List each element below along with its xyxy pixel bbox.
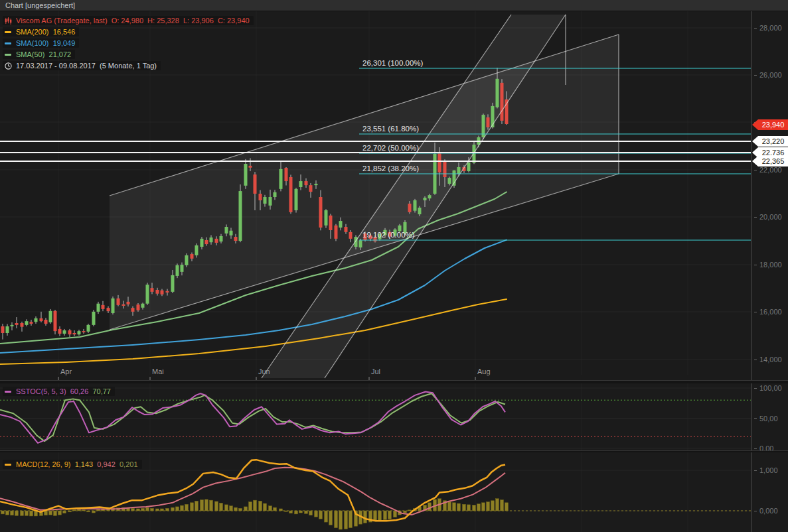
axis-tick-label: 20,000 (754, 212, 782, 222)
month-label: Aug (477, 367, 491, 375)
legend-sma100-row[interactable]: SMA(100) 19,049 (3, 38, 79, 48)
fib-label: 23,551 (61.80%) (362, 125, 419, 133)
candle-down (54, 311, 57, 331)
candle-up (112, 299, 115, 313)
candle-down (259, 194, 262, 200)
sma50-swatch (5, 54, 11, 56)
candle-down (249, 166, 252, 168)
price-panel: 26,301 (100.00%)23,551 (61.80%)22,702 (5… (0, 11, 788, 380)
candle-up (97, 304, 100, 312)
legend-sma200-row[interactable]: SMA(200) 16,546 (3, 27, 79, 36)
axis-tick-label: 18,000 (754, 260, 782, 269)
candle-down (127, 302, 130, 304)
price-axis[interactable]: 28,00026,00024,00022,00020,00018,00016,0… (751, 11, 788, 380)
candle-down (161, 291, 164, 295)
candle-up (230, 231, 233, 235)
last-price-badge: 23,940 (752, 119, 788, 130)
sstoc-legend: SSTOC(5, 5, 3) 60,26 70,77 (3, 385, 115, 398)
macd-axis[interactable]: 1,0000,000 (751, 452, 788, 532)
candle-down (345, 227, 348, 232)
candle-up (295, 189, 298, 210)
candle-up (146, 285, 149, 304)
chart-application: Chart [ungespeichert] 26,301 (100.00%)23… (0, 0, 788, 532)
chart-legend: Viscom AG (Tradegate, last) O: 24,980 H:… (3, 14, 254, 72)
legend-instrument-row[interactable]: Viscom AG (Tradegate, last) O: 24,980 H:… (3, 16, 254, 25)
candle-down (349, 232, 353, 239)
window-title: Chart [ungespeichert] (5, 1, 75, 9)
candle-down (68, 330, 72, 334)
candle-up (87, 325, 90, 332)
candle-up (185, 255, 189, 265)
candle-up (359, 240, 362, 247)
macd-swatch (5, 464, 11, 466)
candle-up (63, 330, 66, 334)
macd-value: 1,143 (75, 460, 94, 468)
candle-down (107, 308, 110, 311)
candle-up (496, 79, 499, 107)
candle-down (408, 204, 412, 212)
clock-icon (5, 62, 12, 70)
axis-tick-label: 28,000 (754, 23, 782, 33)
sma100-label: SMA(100) (16, 39, 49, 47)
legend-range-row[interactable]: 17.03.2017 - 09.08.2017 (5 Monate, 1 Tag… (3, 61, 161, 70)
candle-up (49, 311, 52, 322)
candle-down (501, 83, 504, 121)
price-line-badge: 23,220 (752, 136, 788, 147)
candle-down (289, 177, 293, 212)
candle-up (279, 169, 283, 189)
sma50-label: SMA(50) (16, 50, 44, 58)
legend-sma50-row[interactable]: SMA(50) 21,072 (3, 50, 75, 59)
axis-tick-label: 0,000 (754, 506, 778, 515)
candle-up (200, 239, 204, 247)
candle-up (428, 195, 432, 198)
fib-label: 21,852 (38.20%) (362, 165, 419, 172)
sstoc-axis[interactable]: 100,0050,000,00 (751, 383, 788, 450)
candle-up (210, 237, 213, 242)
month-label: Apr (60, 367, 72, 375)
candle-down (487, 117, 490, 127)
legend-macd-row[interactable]: MACD(12, 26, 9) 1,143 0,942 0,201 (3, 460, 142, 469)
candle-down (102, 305, 105, 309)
axis-tick-label: 22,000 (754, 165, 782, 174)
candle-down (285, 168, 288, 181)
sma100-value: 19,049 (53, 39, 76, 47)
legend-sstoc-row[interactable]: SSTOC(5, 5, 3) 60,26 70,77 (3, 387, 115, 396)
candle-up (141, 304, 145, 308)
candle-up (6, 326, 9, 333)
candle-down (156, 290, 159, 294)
month-label: Jul (371, 367, 380, 375)
candle-down (44, 320, 48, 324)
candle-down (166, 291, 169, 293)
sstoc-value-k: 60,26 (70, 387, 89, 395)
candle-up (448, 178, 451, 184)
candle-down (73, 333, 76, 334)
candle-up (78, 331, 81, 334)
candle-up (355, 237, 358, 247)
candle-up (35, 318, 38, 322)
candle-up (473, 145, 476, 163)
candle-up (195, 245, 198, 255)
candle-down (309, 185, 313, 192)
candle-up (220, 236, 223, 241)
sma200-value: 16,546 (53, 28, 76, 36)
stoch-d-line (0, 393, 505, 441)
sma200-line (0, 299, 507, 364)
candle-down (58, 329, 62, 334)
sma50-value: 21,072 (49, 50, 72, 58)
macd-hist-value: 0,201 (119, 460, 138, 468)
candle-up (325, 210, 328, 226)
candle-up (414, 200, 417, 211)
candle-down (117, 299, 120, 305)
month-label: Jun (258, 367, 270, 375)
candle-up (244, 164, 248, 186)
axis-tick-label: 26,000 (754, 70, 782, 80)
candle-up (176, 265, 179, 276)
axis-tick-label: 14,000 (754, 355, 782, 364)
macd-panel: 1,0000,000 MACD(12, 26, 9) 1,143 0,942 0… (0, 452, 788, 532)
candle-down (438, 153, 441, 172)
candle-up (171, 275, 175, 292)
candle-up (457, 167, 461, 174)
date-range-period: (5 Monate, 1 Tag) (100, 62, 157, 70)
candle-down (254, 174, 257, 194)
candle-down (215, 239, 218, 243)
